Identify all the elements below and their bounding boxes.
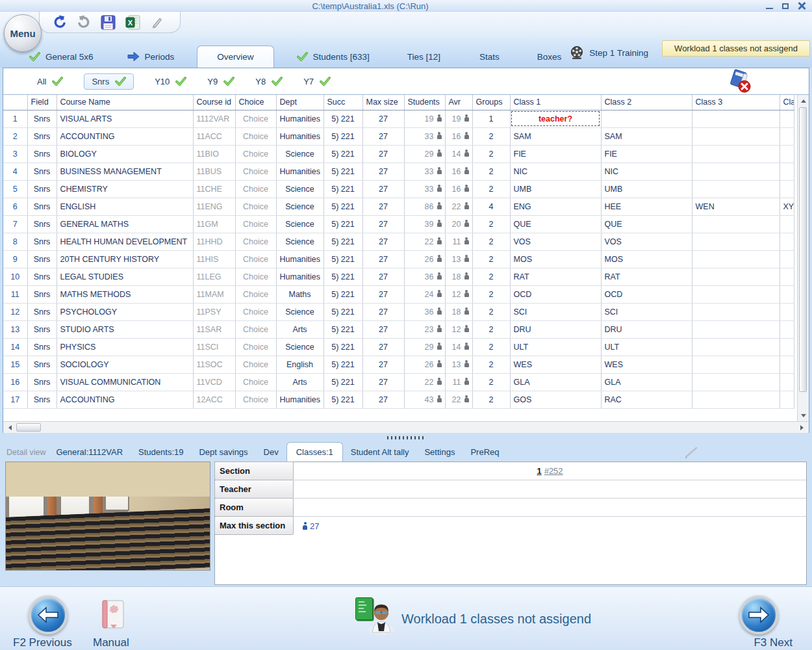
tab-overview[interactable]: Overview	[197, 46, 273, 68]
cell-dept[interactable]: Science	[276, 198, 324, 215]
detail-tab-settings[interactable]: Settings	[416, 443, 463, 462]
cell-class-1[interactable]: GOS	[510, 391, 601, 408]
cell-field[interactable]: Snrs	[27, 285, 57, 303]
cell-max-size[interactable]: 27	[362, 127, 404, 145]
cell-groups[interactable]: 4	[472, 198, 510, 215]
cell-course-id[interactable]: 11MAM	[193, 285, 235, 303]
next-button[interactable]	[739, 595, 778, 634]
edit-pencil-icon[interactable]	[683, 446, 700, 462]
cell-class-3[interactable]	[692, 373, 780, 391]
cell-groups[interactable]: 2	[472, 250, 510, 268]
scroll-up-arrow[interactable]	[798, 96, 809, 107]
cell-class-2[interactable]: SCI	[601, 303, 692, 320]
cell-course-name[interactable]: GENERAL MATHS	[57, 215, 193, 233]
teacher-value[interactable]	[294, 480, 806, 499]
cell-dept[interactable]: Humanities	[276, 268, 324, 285]
cell-choice[interactable]: Choice	[235, 320, 276, 338]
cell-class-2[interactable]: ULT	[601, 338, 692, 356]
cell-choice[interactable]: Choice	[235, 303, 276, 320]
cell-field[interactable]: Snrs	[27, 320, 57, 338]
cell-class-1[interactable]: SCI	[510, 303, 601, 320]
cell-class-3[interactable]	[692, 162, 780, 180]
detail-tab-student-alt-tally[interactable]: Student Alt tally	[343, 443, 417, 462]
cell-dept[interactable]: Humanities	[276, 250, 324, 268]
tab-boxes[interactable]: Boxes	[525, 46, 574, 68]
cell-course-id[interactable]: 11HIS	[193, 250, 235, 268]
cell-succ[interactable]: 5) 221	[324, 356, 362, 373]
cell-field[interactable]: Snrs	[27, 250, 57, 268]
cell-class-4[interactable]	[780, 215, 794, 233]
vertical-scroll-thumb[interactable]	[799, 107, 807, 392]
cell-course-name[interactable]: ACCOUNTING	[57, 391, 193, 408]
row-number[interactable]: 7	[3, 215, 27, 233]
cell-class-3[interactable]	[692, 285, 780, 303]
cell-students[interactable]: 22	[404, 233, 445, 250]
cell-groups[interactable]: 2	[472, 320, 510, 338]
cell-max-size[interactable]: 27	[362, 162, 404, 180]
splitter-handle[interactable]	[387, 436, 425, 439]
minimize-icon[interactable]	[766, 8, 773, 9]
cell-course-id[interactable]: 11HHD	[193, 233, 235, 250]
cell-avr[interactable]: 18	[445, 268, 472, 285]
cell-choice[interactable]: Choice	[235, 215, 276, 233]
cell-class-4[interactable]	[780, 338, 794, 356]
cell-class-3[interactable]	[692, 268, 780, 285]
cell-course-name[interactable]: STUDIO ARTS	[57, 320, 193, 338]
cell-choice[interactable]: Choice	[235, 145, 276, 162]
cell-field[interactable]: Snrs	[27, 145, 57, 162]
cell-course-name[interactable]: BUSINESS MANAGEMENT	[57, 162, 193, 180]
cell-class-4[interactable]	[780, 373, 794, 391]
cell-succ[interactable]: 5) 221	[324, 268, 362, 285]
cell-class-1[interactable]: RAT	[510, 268, 601, 285]
cell-class-1[interactable]: UMB	[510, 180, 601, 198]
cell-course-name[interactable]: CHEMISTRY	[57, 180, 193, 198]
cell-class-4[interactable]	[780, 145, 794, 162]
cell-class-2[interactable]: OCD	[601, 285, 692, 303]
filter-all[interactable]: All	[37, 77, 63, 86]
cell-course-id[interactable]: 11BIO	[193, 145, 235, 162]
cell-dept[interactable]: Science	[276, 338, 324, 356]
cell-groups[interactable]: 2	[472, 215, 510, 233]
cell-choice[interactable]: Choice	[235, 198, 276, 215]
cell-max-size[interactable]: 27	[362, 356, 404, 373]
cell-succ[interactable]: 5) 221	[324, 198, 362, 215]
cell-groups[interactable]: 2	[472, 180, 510, 198]
cell-max-size[interactable]: 27	[362, 180, 404, 198]
cell-groups[interactable]: 2	[472, 127, 510, 145]
cell-course-name[interactable]: HEALTH HUMAN DEVELOPMENT	[57, 233, 193, 250]
cell-max-size[interactable]: 27	[362, 110, 404, 127]
cell-class-4[interactable]	[780, 233, 794, 250]
cell-course-id[interactable]: 11SCI	[193, 338, 235, 356]
cell-class-2[interactable]: NIC	[601, 162, 692, 180]
detail-tab-students-19[interactable]: Students:19	[131, 443, 191, 462]
row-number[interactable]: 13	[3, 320, 27, 338]
cell-course-name[interactable]: VISUAL COMMUNICATION	[57, 373, 193, 391]
cell-class-3[interactable]	[692, 233, 780, 250]
section-ref-link[interactable]: #252	[544, 466, 563, 476]
cell-students[interactable]: 33	[404, 162, 445, 180]
cell-course-id[interactable]: 11SAR	[193, 320, 235, 338]
cell-choice[interactable]: Choice	[235, 391, 276, 408]
scroll-left-arrow[interactable]	[5, 422, 16, 433]
cell-class-2[interactable]: HEE	[601, 198, 692, 215]
cell-choice[interactable]: Choice	[235, 285, 276, 303]
cell-class-2[interactable]: FIE	[601, 145, 692, 162]
cell-max-size[interactable]: 27	[362, 391, 404, 408]
cell-max-size[interactable]: 27	[362, 373, 404, 391]
filter-y8[interactable]: Y8	[255, 77, 283, 86]
cell-class-1[interactable]: FIE	[510, 145, 601, 162]
cell-max-size[interactable]: 27	[362, 338, 404, 356]
cell-class-4[interactable]	[780, 320, 794, 338]
detail-tab-dev[interactable]: Dev	[256, 443, 286, 462]
row-number[interactable]: 8	[3, 233, 27, 250]
cell-class-2[interactable]	[601, 110, 692, 127]
cell-course-name[interactable]: PHYSICS	[57, 338, 193, 356]
cell-class-1[interactable]: MOS	[510, 250, 601, 268]
cell-groups[interactable]: 1	[472, 110, 510, 127]
cell-field[interactable]: Snrs	[27, 215, 57, 233]
manual-book-icon[interactable]	[99, 599, 127, 634]
cell-groups[interactable]: 2	[472, 268, 510, 285]
cell-class-1[interactable]: WES	[510, 356, 601, 373]
cell-class-3[interactable]	[692, 180, 780, 198]
cell-students[interactable]: 33	[404, 180, 445, 198]
